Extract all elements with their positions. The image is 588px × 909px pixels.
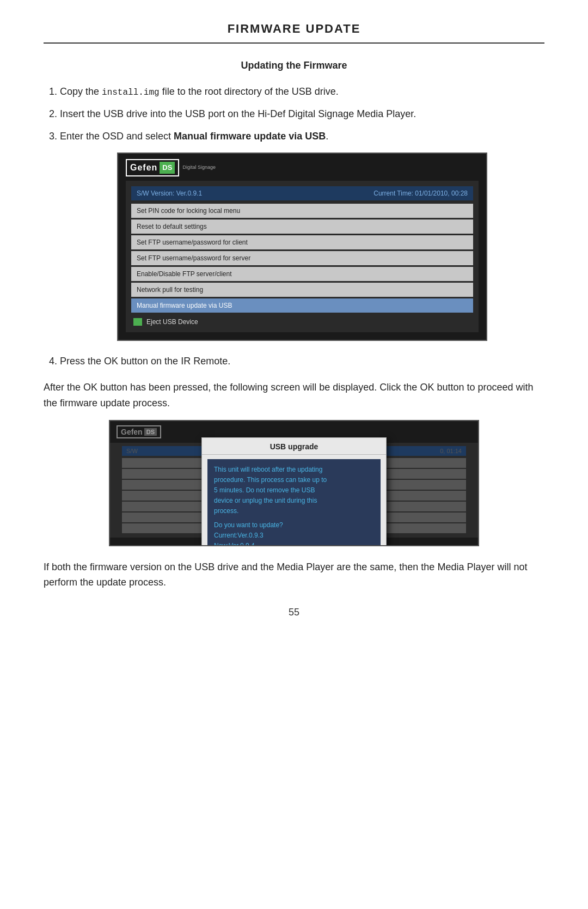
usb-dialog-title: USB upgrade <box>202 438 386 455</box>
page-number-value: 55 <box>289 607 299 618</box>
gefen-sub-1: Digital Signage <box>182 164 216 172</box>
osd-menu-item-5[interactable]: Enable/Disable FTP server/client <box>131 267 473 281</box>
ss2-ds-badge: DS <box>144 428 157 436</box>
usb-body-text-2: Do you want to update?Current:Ver.0.9.3N… <box>214 520 374 546</box>
osd-menu-item-3[interactable]: Set FTP username/password for client <box>131 235 473 249</box>
ss2-header-left: S/W <box>126 448 138 454</box>
closing-paragraph: If both the firmware version on the USB … <box>44 559 544 591</box>
usb-upgrade-dialog: USB upgrade This unit will reboot after … <box>201 437 387 546</box>
step-2-text: Insert the USB drive into the USB port o… <box>60 108 416 119</box>
step-3: Enter the OSD and select Manual firmware… <box>60 129 544 341</box>
usb-body-text-1: This unit will reboot after the updating… <box>214 465 374 517</box>
page-title: FIRMWARE UPDATE <box>228 22 361 35</box>
osd-menu-item-6[interactable]: Network pull for testing <box>131 283 473 297</box>
ss2-gefen-logo-box: Gefen DS <box>117 425 161 438</box>
step-1-code: install.img <box>102 88 160 97</box>
osd-header-1: S/W Version: Ver.0.9.1 Current Time: 01/… <box>131 186 473 200</box>
osd-menu-item-7[interactable]: Manual firmware update via USB <box>131 298 473 313</box>
steps-list: Copy the install.img file to the root di… <box>44 84 544 369</box>
osd-header-right: Current Time: 01/01/2010, 00:28 <box>373 188 468 198</box>
para-after-step4: After the OK button has been pressed, th… <box>44 380 544 411</box>
ss2-gefen-text: Gefen <box>121 428 143 436</box>
osd-menu-item-4[interactable]: Set FTP username/password for server <box>131 251 473 265</box>
osd-menu-item-2[interactable]: Reset to default settings <box>131 219 473 234</box>
screenshot-1: Gefen DS Digital Signage S/W Version: Ve… <box>117 152 487 341</box>
screenshot-2: Gefen DS S/W 0, 01:14 USB upgr <box>109 420 479 546</box>
eject-icon <box>133 318 142 326</box>
section-heading: Updating the Firmware <box>44 60 544 71</box>
gefen-text-1: Gefen <box>130 161 157 174</box>
osd-area-1: S/W Version: Ver.0.9.1 Current Time: 01/… <box>126 181 479 332</box>
gefen-logo-box-1: Gefen DS <box>126 159 179 176</box>
eject-text: Eject USB Device <box>146 317 198 327</box>
step-1: Copy the install.img file to the root di… <box>60 84 544 99</box>
section-heading-text: Updating the Firmware <box>241 60 347 71</box>
ss2-header-right: 0, 01:14 <box>440 448 462 454</box>
gefen-logo-bar-1: Gefen DS Digital Signage <box>118 154 486 181</box>
step-2: Insert the USB drive into the USB port o… <box>60 107 544 121</box>
step-4: Press the OK button on the IR Remote. <box>60 354 544 369</box>
ss2-inner: Gefen DS S/W 0, 01:14 USB upgr <box>110 421 478 538</box>
page-number: 55 <box>44 607 544 618</box>
ds-badge-1: DS <box>160 162 175 174</box>
osd-menu-item-1[interactable]: Set PIN code for locking local menu <box>131 204 473 218</box>
osd-header-left: S/W Version: Ver.0.9.1 <box>137 188 202 198</box>
step-3-bold: Manual firmware update via USB <box>174 131 326 142</box>
page-title-section: FIRMWARE UPDATE <box>44 22 544 44</box>
usb-dialog-body: This unit will reboot after the updating… <box>207 459 381 546</box>
osd-footer-1: Eject USB Device <box>131 317 473 327</box>
step-4-text: Press the OK button on the IR Remote. <box>60 356 230 367</box>
